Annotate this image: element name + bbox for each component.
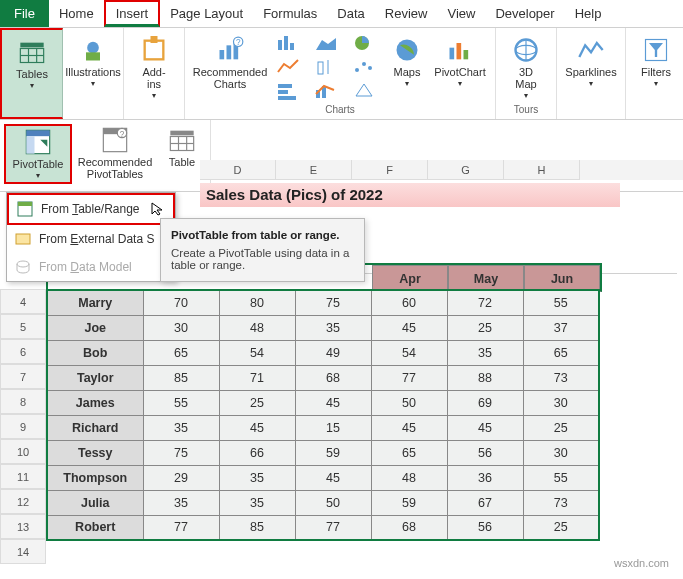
tab-developer[interactable]: Developer: [485, 0, 564, 27]
table-row[interactable]: Robert778577685625: [47, 515, 599, 540]
pie-chart-button[interactable]: [347, 32, 381, 54]
cell-name[interactable]: Julia: [47, 490, 143, 515]
row-11[interactable]: 11: [0, 464, 46, 489]
cell-value[interactable]: 56: [447, 515, 523, 540]
cell-value[interactable]: 54: [371, 340, 447, 365]
cell-value[interactable]: 72: [447, 290, 523, 315]
illustrations-button[interactable]: Illustrations ▾: [69, 30, 117, 90]
tab-review[interactable]: Review: [375, 0, 438, 27]
tab-formulas[interactable]: Formulas: [253, 0, 327, 27]
tab-file[interactable]: File: [0, 0, 49, 27]
menu-from-external[interactable]: From External Data S: [7, 225, 175, 253]
cell-value[interactable]: 29: [143, 465, 219, 490]
cell-value[interactable]: 45: [219, 415, 295, 440]
cell-value[interactable]: 69: [447, 390, 523, 415]
row-9[interactable]: 9: [0, 414, 46, 439]
table-row[interactable]: Tessy756659655630: [47, 440, 599, 465]
tab-data[interactable]: Data: [327, 0, 374, 27]
recommended-charts-button[interactable]: ? Recommended Charts: [191, 30, 269, 92]
cell-value[interactable]: 59: [295, 440, 371, 465]
addins-button[interactable]: Add- ins ▾: [130, 30, 178, 102]
tables-button[interactable]: Tables ▾: [8, 32, 56, 92]
cell-name[interactable]: James: [47, 390, 143, 415]
cell-name[interactable]: Tessy: [47, 440, 143, 465]
cell-value[interactable]: 56: [447, 440, 523, 465]
cell-value[interactable]: 85: [143, 365, 219, 390]
cell-value[interactable]: 73: [523, 365, 599, 390]
cell-value[interactable]: 55: [143, 390, 219, 415]
cell-value[interactable]: 25: [447, 315, 523, 340]
table-row[interactable]: Taylor857168778873: [47, 365, 599, 390]
cell-name[interactable]: Taylor: [47, 365, 143, 390]
cell-value[interactable]: 35: [143, 490, 219, 515]
cell-value[interactable]: 45: [295, 390, 371, 415]
tab-view[interactable]: View: [437, 0, 485, 27]
cell-value[interactable]: 88: [447, 365, 523, 390]
col-h[interactable]: H: [504, 160, 580, 180]
pivotchart-button[interactable]: PivotChart ▾: [431, 30, 489, 90]
cell-value[interactable]: 67: [447, 490, 523, 515]
cell-value[interactable]: 30: [523, 390, 599, 415]
radar-chart-button[interactable]: [347, 80, 381, 102]
cell-value[interactable]: 71: [219, 365, 295, 390]
row-5[interactable]: 5: [0, 314, 46, 339]
cell-name[interactable]: Richard: [47, 415, 143, 440]
cell-value[interactable]: 35: [219, 490, 295, 515]
cell-value[interactable]: 25: [523, 515, 599, 540]
cell-value[interactable]: 70: [143, 290, 219, 315]
scatter-chart-button[interactable]: [347, 56, 381, 78]
combo-chart-button[interactable]: [309, 80, 343, 102]
table-row[interactable]: Julia353550596773: [47, 490, 599, 515]
cell-value[interactable]: 65: [371, 440, 447, 465]
cell-value[interactable]: 73: [523, 490, 599, 515]
cell-value[interactable]: 80: [219, 290, 295, 315]
col-f[interactable]: F: [352, 160, 428, 180]
cell-value[interactable]: 60: [371, 290, 447, 315]
cell-value[interactable]: 85: [219, 515, 295, 540]
menu-from-table-range[interactable]: From Table/Range: [7, 193, 175, 225]
recommended-pivottables-button[interactable]: ? Recommended PivotTables: [74, 124, 156, 182]
cell-value[interactable]: 77: [295, 515, 371, 540]
cell-value[interactable]: 65: [143, 340, 219, 365]
cell-value[interactable]: 25: [523, 415, 599, 440]
3dmap-button[interactable]: 3D Map ▾: [502, 30, 550, 102]
row-7[interactable]: 7: [0, 364, 46, 389]
cell-value[interactable]: 68: [295, 365, 371, 390]
table-row[interactable]: Bob655449543565: [47, 340, 599, 365]
cell-name[interactable]: Joe: [47, 315, 143, 340]
cell-value[interactable]: 15: [295, 415, 371, 440]
cell-value[interactable]: 77: [371, 365, 447, 390]
cell-value[interactable]: 35: [295, 315, 371, 340]
cell-value[interactable]: 55: [523, 465, 599, 490]
row-8[interactable]: 8: [0, 389, 46, 414]
col-e[interactable]: E: [276, 160, 352, 180]
cell-value[interactable]: 30: [143, 315, 219, 340]
col-g[interactable]: G: [428, 160, 504, 180]
cell-value[interactable]: 75: [143, 440, 219, 465]
cell-value[interactable]: 36: [447, 465, 523, 490]
cell-name[interactable]: Bob: [47, 340, 143, 365]
table-row[interactable]: Thompson293545483655: [47, 465, 599, 490]
cell-value[interactable]: 48: [219, 315, 295, 340]
cell-value[interactable]: 45: [447, 415, 523, 440]
cell-value[interactable]: 45: [371, 415, 447, 440]
cell-name[interactable]: Marry: [47, 290, 143, 315]
cell-value[interactable]: 35: [447, 340, 523, 365]
cell-value[interactable]: 55: [523, 290, 599, 315]
cell-value[interactable]: 25: [219, 390, 295, 415]
pivottable-button[interactable]: PivotTable ▾: [4, 124, 72, 184]
cell-value[interactable]: 35: [219, 465, 295, 490]
tab-page-layout[interactable]: Page Layout: [160, 0, 253, 27]
cell-value[interactable]: 45: [295, 465, 371, 490]
table-row[interactable]: Joe304835452537: [47, 315, 599, 340]
table-button[interactable]: Table: [158, 124, 206, 170]
table-row[interactable]: Marry708075607255: [47, 290, 599, 315]
table-row[interactable]: James552545506930: [47, 390, 599, 415]
cell-value[interactable]: 54: [219, 340, 295, 365]
cell-value[interactable]: 66: [219, 440, 295, 465]
data-table[interactable]: Marry708075607255Joe304835452537Bob65544…: [46, 289, 600, 541]
table-row[interactable]: Richard354515454525: [47, 415, 599, 440]
cell-value[interactable]: 48: [371, 465, 447, 490]
row-14[interactable]: 14: [0, 539, 46, 564]
row-12[interactable]: 12: [0, 489, 46, 514]
